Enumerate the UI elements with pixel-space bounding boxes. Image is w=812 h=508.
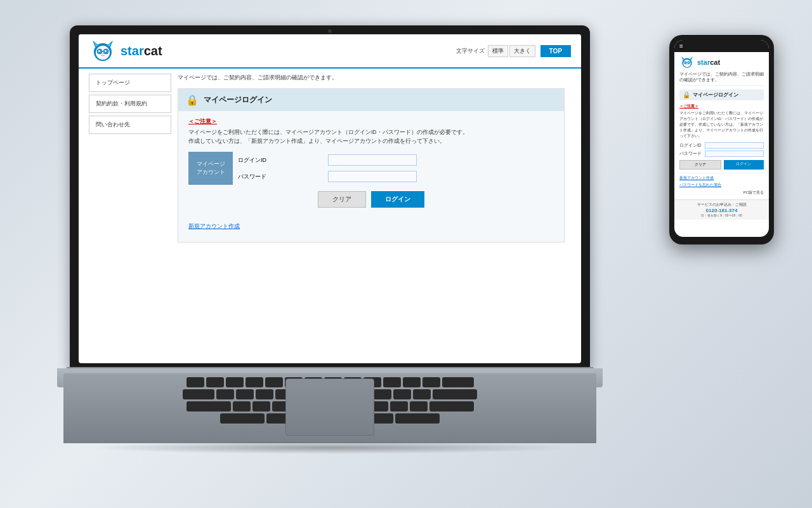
sidebar-item-top[interactable]: トップページ (89, 74, 171, 92)
login-button[interactable]: ログイン (371, 191, 424, 208)
phone-password-input[interactable] (705, 150, 764, 157)
laptop-screen-bezel: star cat 文字サイズ 標準 大きく TOP (70, 25, 590, 368)
svg-point-8 (98, 50, 100, 52)
phone-new-account-link[interactable]: 新規アカウント作成 (679, 175, 764, 181)
top-button[interactable]: TOP (540, 45, 571, 57)
phone: ≡ (669, 35, 774, 244)
phone-screen-content: ≡ (674, 40, 769, 237)
font-standard-button[interactable]: 標準 (488, 45, 508, 57)
key (206, 377, 224, 387)
key (246, 377, 263, 387)
laptop-screen: star cat 文字サイズ 標準 大きく TOP (79, 34, 581, 363)
new-account-link[interactable]: 新規アカウント作成 (188, 223, 240, 229)
phone-login-id-label: ログインID (679, 143, 705, 149)
key (233, 401, 251, 411)
login-id-input-cell (323, 152, 554, 168)
desktop-main: マイページでは、ご契約内容、ご請求明細の確認ができます。 🔒 マイページログイン… (171, 74, 571, 243)
phone-login-header: 🔒 マイページログイン (679, 90, 764, 100)
phone-logo-row: starcat (679, 56, 764, 69)
laptop: star cat 文字サイズ 標準 大きく TOP (57, 25, 603, 483)
phone-login-title: マイページログイン (693, 92, 738, 98)
logo-star: star (121, 44, 144, 58)
password-input[interactable] (328, 171, 417, 182)
password-label: パスワード (238, 173, 266, 180)
laptop-shadow (89, 441, 571, 454)
svg-point-23 (688, 62, 690, 63)
key (413, 389, 431, 399)
phone-support-number: 0120-181-374 (677, 208, 766, 213)
phone-password-row: パスワード (679, 150, 764, 157)
desktop-sidebar: トップページ 契約約款・利用規約 問い合わせ先 (89, 74, 171, 243)
key (236, 389, 254, 399)
phone-notch (703, 35, 741, 43)
login-id-input[interactable] (328, 154, 417, 166)
phone-description: マイページでは、ご契約内容、ご請求明細の確認ができます。 (679, 71, 764, 86)
phone-clear-button[interactable]: クリア (679, 160, 721, 170)
form-button-row: クリア ログイン (188, 191, 554, 208)
login-form-table: マイページアカウント ログインID (188, 152, 554, 185)
phone-login-button[interactable]: ログイン (724, 160, 764, 170)
phone-body: ≡ (669, 35, 774, 244)
key (390, 401, 408, 411)
phone-logo-star: star (697, 58, 710, 66)
login-id-label: ログインID (238, 157, 266, 163)
clear-button[interactable]: クリア (318, 191, 366, 208)
page-description: マイページでは、ご契約内容、ご請求明細の確認ができます。 (178, 74, 565, 82)
form-row-login-id: マイページアカウント ログインID (188, 152, 554, 168)
phone-content: starcat マイページでは、ご契約内容、ご請求明細の確認ができます。 🔒 マ… (674, 52, 769, 199)
phone-menu-icon[interactable]: ≡ (679, 43, 683, 50)
notice-label: ＜ご注意＞ (188, 117, 554, 126)
phone-password-label: パスワード (679, 151, 705, 157)
svg-point-22 (684, 62, 686, 63)
key (410, 401, 428, 411)
phone-lock-icon: 🔒 (683, 91, 690, 98)
laptop-camera (328, 29, 332, 33)
key (226, 377, 244, 387)
key (393, 389, 411, 399)
phone-notice-text: マイページをご利用いただく際には、マイページアカウント（ログインID・パスワード… (679, 110, 764, 139)
key (383, 377, 401, 387)
key (442, 377, 474, 387)
desktop-logo-text: star cat (121, 44, 162, 58)
key (256, 389, 273, 399)
notice-text: マイページをご利用いただく際には、マイページアカウント（ログインID・パスワード… (188, 128, 554, 145)
key (252, 401, 270, 411)
svg-point-27 (686, 64, 688, 64)
key (429, 401, 474, 411)
desktop-logo: star cat (89, 39, 162, 62)
account-label: マイページアカウント (188, 152, 233, 185)
phone-login-id-input[interactable] (705, 142, 764, 149)
touchpad[interactable] (285, 378, 374, 436)
font-size-controls: 文字サイズ 標準 大きく (456, 45, 535, 57)
key (187, 401, 231, 411)
desktop-header: star cat 文字サイズ 標準 大きく TOP (79, 34, 581, 69)
phone-support-hours: 日・祝を除く9：00〜18：00 (677, 213, 766, 217)
phone-pc-link[interactable]: PC版で見る (679, 190, 764, 196)
form-row-password: パスワード (188, 168, 554, 185)
key (187, 377, 204, 387)
password-label-cell: パスワード (233, 168, 323, 185)
password-input-cell (323, 168, 554, 185)
sidebar-item-contact[interactable]: 問い合わせ先 (89, 116, 171, 134)
phone-screen: ≡ (674, 40, 769, 237)
key (265, 377, 283, 387)
phone-cat-logo-icon (679, 56, 695, 69)
key (403, 377, 421, 387)
links-section: 新規アカウント作成 (188, 215, 554, 234)
phone-button-row: クリア ログイン (679, 160, 764, 170)
key (422, 377, 440, 387)
key (216, 389, 234, 399)
logo-cat: cat (144, 44, 162, 58)
svg-point-19 (683, 60, 691, 67)
font-large-button[interactable]: 大きく (509, 45, 535, 57)
svg-point-5 (96, 46, 110, 60)
key (433, 389, 477, 399)
phone-support-label: サービスのお申込み・ご相談 (677, 203, 766, 207)
phone-support: サービスのお申込み・ご相談 0120-181-374 日・祝を除く9：00〜18… (674, 199, 769, 220)
phone-links: 新規アカウント作成 パスワードを忘れた場合 PC版で見る (679, 173, 764, 196)
sidebar-item-terms[interactable]: 契約約款・利用規約 (89, 95, 171, 113)
lock-icon: 🔒 (186, 94, 199, 106)
phone-forgot-password-link[interactable]: パスワードを忘れた場合 (679, 182, 764, 188)
svg-point-9 (105, 50, 107, 52)
phone-logo-cat: cat (710, 58, 720, 66)
